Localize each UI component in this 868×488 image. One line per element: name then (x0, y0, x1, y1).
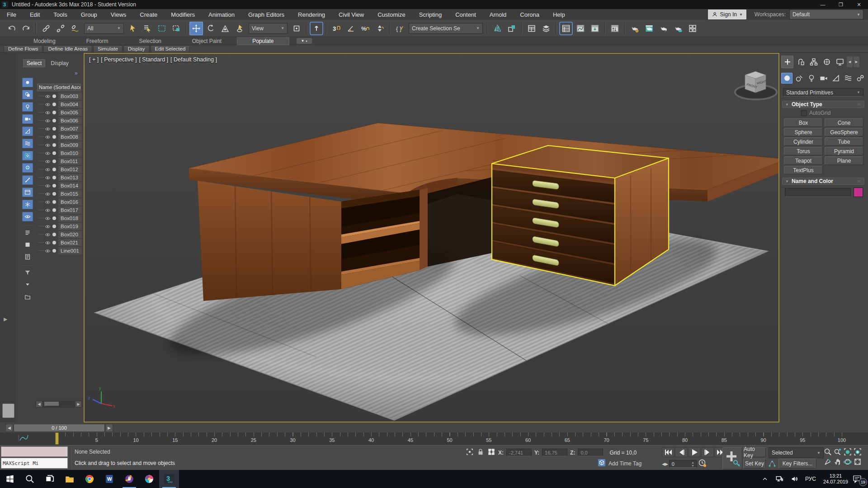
zoom-extents-icon[interactable] (843, 447, 853, 457)
populate-define-flows[interactable]: Define Flows (4, 45, 42, 53)
undo-icon[interactable] (5, 22, 19, 35)
select-manipulate-icon[interactable] (310, 22, 323, 35)
visibility-eye-icon[interactable] (45, 176, 51, 180)
network-icon[interactable] (775, 475, 784, 483)
visibility-eye-icon[interactable] (45, 208, 51, 212)
menu-item-customize[interactable]: Customize (371, 9, 412, 20)
collapse-chevrons[interactable]: » (75, 70, 78, 76)
explorer-row-box006[interactable]: Box006 (37, 117, 82, 125)
primitives-category-dropdown[interactable]: Standard Primitives ▼ (783, 88, 863, 97)
menu-item-graph-editors[interactable]: Graph Editors (241, 9, 291, 20)
display-lights-icon[interactable] (22, 102, 33, 112)
menu-item-arnold[interactable]: Arnold (483, 9, 514, 20)
tab-motion-icon[interactable] (821, 56, 833, 68)
start-icon[interactable] (0, 470, 20, 488)
menu-item-modifiers[interactable]: Modifiers (164, 9, 202, 20)
visibility-eye-icon[interactable] (45, 216, 51, 221)
visibility-eye-icon[interactable] (45, 249, 51, 253)
render-cloud-icon[interactable] (671, 22, 685, 35)
time-slider-thumb[interactable]: 0 / 100 (14, 424, 105, 432)
object-color-swatch[interactable] (854, 188, 863, 197)
track-bar[interactable]: 0510152025303540455055606570758085909510… (0, 432, 868, 446)
explorer-column-header[interactable]: Name (Sorted Ascen (37, 84, 81, 91)
play-icon[interactable] (688, 447, 701, 457)
cat-helpers-icon[interactable] (830, 73, 841, 84)
named-selection-sets-icon[interactable]: { } (393, 22, 406, 35)
create-sphere-button[interactable]: Sphere (784, 128, 823, 136)
redo-icon[interactable] (19, 22, 33, 35)
y-coordinate-field[interactable]: 16,75 (542, 449, 567, 456)
perspective-viewport[interactable]: FRONT RIGHT x y z [ + ][ Perspective ][ … (84, 53, 779, 422)
time-tag-icon[interactable] (598, 459, 606, 468)
display-containers-icon[interactable] (22, 151, 33, 160)
sign-in-button[interactable]: Sign In ▼ (708, 9, 746, 19)
scroll-right-icon[interactable]: ▶ (75, 401, 82, 408)
absolute-mode-icon[interactable] (487, 448, 495, 457)
orbit-icon[interactable] (843, 457, 853, 467)
visibility-eye-icon[interactable] (45, 143, 51, 147)
mirror-icon[interactable] (491, 22, 504, 35)
window-crossing-icon[interactable] (170, 22, 183, 35)
scrollbar-thumb[interactable] (44, 402, 59, 406)
paint3d-icon[interactable] (139, 470, 159, 488)
explorer-row-box013[interactable]: Box013 (37, 174, 82, 182)
menu-item-create[interactable]: Create (133, 9, 164, 20)
percent-snap-icon[interactable]: % (359, 22, 372, 35)
display-helpers-icon[interactable] (22, 127, 33, 136)
zoom-icon[interactable] (823, 447, 833, 457)
filter-icon[interactable] (22, 268, 33, 277)
chrome-icon[interactable] (80, 470, 99, 488)
menu-item-tools[interactable]: Tools (47, 9, 74, 20)
viewport-menu-pov[interactable]: [ Perspective ] (101, 56, 137, 63)
visibility-eye-icon[interactable] (45, 168, 51, 172)
select-scale-icon[interactable] (218, 22, 232, 35)
explorer-row-box019[interactable]: Box019 (37, 222, 82, 230)
next-frame-icon[interactable] (701, 447, 714, 457)
z-coordinate-field[interactable]: 0,0 (578, 449, 603, 456)
scene-explorer-icon[interactable] (559, 22, 573, 35)
cat-cameras-icon[interactable] (818, 73, 829, 84)
volume-icon[interactable] (790, 475, 799, 483)
max-icon[interactable]: 3MAX (159, 470, 179, 488)
set-key-button[interactable]: Set Key (743, 459, 766, 469)
create-teapot-button[interactable]: Teapot (784, 156, 823, 165)
time-configuration-icon[interactable] (698, 459, 707, 469)
viewport-canvas[interactable]: FRONT RIGHT x y z (85, 54, 778, 422)
visibility-eye-icon[interactable] (45, 103, 51, 107)
ribbon-tab-freeform[interactable]: Freeform (71, 37, 124, 45)
prev-frame-icon[interactable] (675, 447, 688, 457)
explorer-row-box016[interactable]: Box016 (37, 198, 82, 206)
tab-display-icon[interactable] (834, 56, 846, 68)
scroll-left-icon[interactable]: ◀ (36, 401, 42, 408)
select-rotate-icon[interactable] (204, 22, 217, 35)
create-textplus-button[interactable]: TextPlus (784, 166, 823, 174)
autogrid-checkbox[interactable] (801, 110, 807, 116)
explorer-row-box009[interactable]: Box009 (37, 141, 82, 149)
named-selection-set-dropdown[interactable]: Create Selection Se▼ (409, 23, 483, 34)
explorer-row-box017[interactable]: Box017 (37, 206, 82, 214)
menu-item-content[interactable]: Content (448, 9, 483, 20)
file-explorer-icon[interactable] (60, 470, 80, 488)
browser-icon[interactable] (119, 470, 139, 488)
panel-scroll-right-icon[interactable]: ▶ (854, 56, 859, 67)
tab-create-icon[interactable] (781, 56, 793, 68)
menu-item-views[interactable]: Views (104, 9, 133, 20)
maximize-viewport-icon[interactable] (853, 457, 863, 467)
zoom-extents-all-icon[interactable] (853, 447, 863, 457)
viewport-layout-tab[interactable] (2, 404, 14, 418)
maximize-button[interactable]: ❐ (832, 0, 850, 9)
frame-step-icons[interactable]: ◀▶ (662, 462, 668, 466)
display-none-icon[interactable] (22, 78, 33, 87)
viewport-menu-general[interactable]: [ + ] (89, 56, 99, 63)
expand-arrow-button[interactable]: ▶ (4, 316, 7, 322)
add-time-tag[interactable]: Add Time Tag (609, 460, 642, 467)
filter-options-icon[interactable] (22, 280, 33, 290)
explorer-row-box005[interactable]: Box005 (37, 108, 82, 117)
select-move-icon[interactable] (189, 22, 203, 35)
workspace-dropdown[interactable]: Default ▼ (789, 9, 863, 19)
populate-simulate[interactable]: Simulate (93, 45, 123, 53)
pivot-center-icon[interactable] (290, 22, 303, 35)
pan-icon[interactable] (833, 457, 843, 467)
menu-item-file[interactable]: File (0, 9, 23, 20)
link-icon[interactable] (39, 22, 53, 35)
